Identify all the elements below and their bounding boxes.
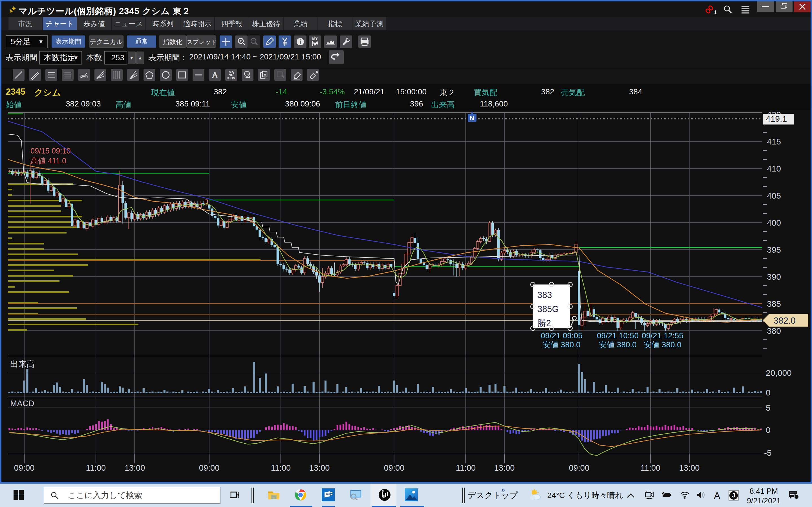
svg-text:5: 5 <box>766 403 770 412</box>
svg-text:09/21 12:55: 09/21 12:55 <box>642 331 683 340</box>
svg-text:13:00: 13:00 <box>679 463 700 472</box>
svg-text:安値 380.0: 安値 380.0 <box>543 340 580 349</box>
svg-text:出来高: 出来高 <box>10 359 35 369</box>
svg-text:N: N <box>470 115 474 122</box>
svg-text:09:00: 09:00 <box>569 463 590 472</box>
svg-text:13:00: 13:00 <box>494 463 515 472</box>
svg-text:09/15 09:10: 09/15 09:10 <box>31 147 71 155</box>
svg-text:0: 0 <box>766 425 770 435</box>
svg-text:383: 383 <box>538 290 552 300</box>
svg-text:400: 400 <box>767 218 781 227</box>
svg-text:MACD: MACD <box>10 399 34 408</box>
svg-text:390: 390 <box>767 272 781 281</box>
svg-text:415: 415 <box>767 137 781 146</box>
svg-text:13:00: 13:00 <box>309 463 330 472</box>
svg-text:安値 380.0: 安値 380.0 <box>644 340 681 349</box>
svg-text:405: 405 <box>767 191 781 200</box>
svg-text:11:00: 11:00 <box>456 463 476 472</box>
svg-text:11:00: 11:00 <box>641 463 660 472</box>
svg-text:395: 395 <box>767 245 781 255</box>
svg-text:09/21 10:50: 09/21 10:50 <box>597 331 639 340</box>
svg-text:11:00: 11:00 <box>271 463 291 472</box>
svg-text:385G: 385G <box>538 304 559 314</box>
svg-text:13:00: 13:00 <box>124 463 145 472</box>
svg-text:11:00: 11:00 <box>86 463 106 472</box>
svg-text:09:00: 09:00 <box>384 463 405 472</box>
svg-text:高値 411.0: 高値 411.0 <box>31 157 66 165</box>
svg-text:09:00: 09:00 <box>14 463 35 472</box>
svg-text:09/21 09:05: 09/21 09:05 <box>541 331 582 340</box>
svg-text:382.0: 382.0 <box>774 316 796 326</box>
svg-text:12:00: 12:00 <box>326 493 331 495</box>
svg-text:385: 385 <box>767 299 781 308</box>
svg-text:勝2: 勝2 <box>538 318 551 328</box>
svg-text:安値 380.0: 安値 380.0 <box>599 340 637 349</box>
svg-text:419.1: 419.1 <box>766 114 787 123</box>
svg-text:R: R <box>382 490 384 493</box>
svg-text:20,000: 20,000 <box>766 368 792 378</box>
svg-text:-5: -5 <box>764 448 772 457</box>
svg-text:380: 380 <box>767 326 781 335</box>
svg-text:410: 410 <box>767 164 781 173</box>
svg-text:09:00: 09:00 <box>199 463 220 472</box>
svg-text:0: 0 <box>766 388 770 397</box>
